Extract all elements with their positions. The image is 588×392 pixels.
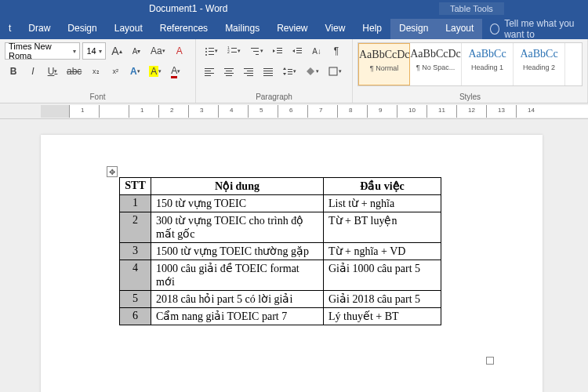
tab-mailings[interactable]: Mailings bbox=[216, 19, 268, 39]
svg-rect-13 bbox=[277, 48, 282, 49]
ruler-area: 1 1 2 3 4 5 6 7 8 9 10 11 12 13 14 bbox=[0, 103, 588, 119]
table-header-row[interactable]: STT Nội dung Đầu việc bbox=[120, 178, 441, 195]
svg-rect-16 bbox=[296, 48, 302, 49]
clear-formatting-button[interactable]: A bbox=[171, 42, 188, 60]
table-row[interactable]: 2 300 từ vựng TOEIC cho trình độ mất gốc… bbox=[120, 212, 441, 243]
tab-table-design[interactable]: Design bbox=[390, 19, 437, 39]
svg-rect-11 bbox=[253, 51, 259, 52]
font-size-combo[interactable]: 14▾ bbox=[82, 42, 106, 60]
tab-table-layout[interactable]: Layout bbox=[437, 19, 482, 39]
align-left-button[interactable] bbox=[201, 63, 218, 80]
paragraph-group-label: Paragraph bbox=[201, 91, 347, 103]
subscript-button[interactable]: x₂ bbox=[87, 63, 104, 80]
style-heading-2[interactable]: AaBbCc Heading 2 bbox=[514, 43, 565, 85]
header-dauviec[interactable]: Đầu việc bbox=[324, 178, 441, 195]
italic-button[interactable]: I bbox=[24, 63, 42, 80]
tell-me-placeholder: Tell me what you want to bbox=[504, 18, 588, 40]
title-bar: Document1 - Word Table Tools bbox=[0, 0, 588, 19]
svg-rect-37 bbox=[288, 74, 292, 74]
document-title: Document1 - Word bbox=[149, 3, 227, 14]
svg-rect-14 bbox=[277, 50, 282, 51]
svg-rect-22 bbox=[205, 75, 211, 76]
show-marks-button[interactable]: ¶ bbox=[328, 42, 345, 60]
font-name-combo[interactable]: Times New Roma▾ bbox=[5, 42, 80, 60]
align-right-button[interactable] bbox=[240, 63, 257, 80]
svg-rect-30 bbox=[247, 75, 253, 76]
svg-rect-19 bbox=[205, 68, 214, 69]
font-color-button[interactable]: A▾ bbox=[167, 63, 184, 80]
table-row[interactable]: 4 1000 câu giải đề TOEIC format mới Giải… bbox=[120, 260, 441, 291]
svg-rect-5 bbox=[209, 54, 214, 55]
svg-rect-38 bbox=[329, 67, 337, 75]
svg-rect-28 bbox=[247, 71, 253, 71]
font-group: Times New Roma▾ 14▾ A▴ A▾ Aa▾ A B I U▾ a… bbox=[0, 39, 196, 103]
svg-rect-23 bbox=[224, 68, 234, 69]
font-group-label: Font bbox=[5, 91, 191, 103]
style-heading-1[interactable]: AaBbCc Heading 1 bbox=[462, 43, 514, 85]
svg-point-4 bbox=[205, 54, 207, 56]
table-move-handle-icon[interactable]: ✥ bbox=[107, 166, 118, 177]
content-table[interactable]: STT Nội dung Đầu việc 1 150 từ vựng TOEI… bbox=[119, 177, 441, 325]
justify-button[interactable] bbox=[260, 63, 277, 80]
svg-rect-1 bbox=[209, 48, 214, 49]
svg-rect-32 bbox=[263, 71, 273, 71]
increase-indent-button[interactable] bbox=[289, 42, 306, 60]
style-normal[interactable]: AaBbCcDc ¶ Normal bbox=[358, 43, 410, 85]
highlight-button[interactable]: A▾ bbox=[146, 63, 165, 80]
bold-button[interactable]: B bbox=[5, 63, 22, 80]
svg-rect-36 bbox=[288, 71, 292, 72]
table-row[interactable]: 1 150 từ vựng TOEIC List từ + nghĩa bbox=[120, 195, 441, 212]
align-center-button[interactable] bbox=[220, 63, 238, 80]
svg-rect-17 bbox=[296, 50, 302, 51]
svg-rect-25 bbox=[224, 73, 234, 74]
shrink-font-button[interactable]: A▾ bbox=[128, 42, 145, 60]
svg-rect-34 bbox=[263, 75, 273, 76]
tab-references[interactable]: References bbox=[151, 19, 216, 39]
line-spacing-button[interactable]: ▾ bbox=[279, 63, 299, 80]
styles-group-label: Styles bbox=[358, 91, 583, 103]
table-row[interactable]: 6 Cẩm nang giải TOEIC part 7 Lý thuyết +… bbox=[120, 308, 441, 325]
table-resize-handle-icon[interactable] bbox=[486, 357, 494, 365]
table-row[interactable]: 5 2018 câu hỏi part 5 có lời giải Giải 2… bbox=[120, 291, 441, 308]
tab-t[interactable]: t bbox=[0, 19, 20, 39]
svg-rect-15 bbox=[277, 53, 282, 53]
text-effects-button[interactable]: A▾ bbox=[126, 63, 143, 80]
change-case-button[interactable]: Aa▾ bbox=[147, 42, 169, 60]
tab-layout[interactable]: Layout bbox=[106, 19, 151, 39]
lightbulb-icon bbox=[490, 24, 499, 34]
style-no-spacing[interactable]: AaBbCcDc ¶ No Spac... bbox=[410, 43, 462, 85]
strikethrough-button[interactable]: abc bbox=[64, 63, 85, 80]
svg-rect-29 bbox=[244, 73, 253, 74]
svg-rect-26 bbox=[226, 75, 232, 76]
decrease-indent-button[interactable] bbox=[269, 42, 286, 60]
header-noidung[interactable]: Nội dung bbox=[151, 178, 324, 195]
horizontal-ruler[interactable]: 1 1 2 3 4 5 6 7 8 9 10 11 12 13 14 bbox=[41, 105, 588, 118]
shading-button[interactable]: ▾ bbox=[302, 63, 322, 80]
page[interactable]: ✥ STT Nội dung Đầu việc 1 150 từ vựng TO… bbox=[41, 135, 543, 392]
tab-design[interactable]: Design bbox=[59, 19, 105, 39]
numbering-button[interactable]: 12▾ bbox=[223, 42, 244, 60]
tab-review[interactable]: Review bbox=[268, 19, 316, 39]
svg-rect-31 bbox=[263, 68, 273, 69]
ribbon: Times New Roma▾ 14▾ A▴ A▾ Aa▾ A B I U▾ a… bbox=[0, 39, 588, 103]
tab-help[interactable]: Help bbox=[354, 19, 390, 39]
header-stt[interactable]: STT bbox=[120, 178, 151, 195]
bullets-button[interactable]: ▾ bbox=[201, 42, 221, 60]
ribbon-tabs: t Draw Design Layout References Mailings… bbox=[0, 19, 588, 39]
underline-button[interactable]: U▾ bbox=[44, 63, 61, 80]
superscript-button[interactable]: x² bbox=[107, 63, 124, 80]
grow-font-button[interactable]: A▴ bbox=[108, 42, 125, 60]
svg-rect-24 bbox=[226, 71, 232, 71]
borders-button[interactable]: ▾ bbox=[325, 63, 345, 80]
table-row[interactable]: 3 1500 từ vựng TOEIC thường gặp Từ + ngh… bbox=[120, 243, 441, 260]
tell-me-search[interactable]: Tell me what you want to bbox=[482, 19, 588, 39]
multilevel-list-button[interactable]: ▾ bbox=[246, 42, 267, 60]
tab-draw[interactable]: Draw bbox=[20, 19, 59, 39]
tab-view[interactable]: View bbox=[317, 19, 354, 39]
sort-button[interactable]: A↓ bbox=[308, 42, 325, 60]
svg-rect-9 bbox=[231, 52, 237, 53]
svg-point-2 bbox=[205, 51, 207, 53]
svg-rect-3 bbox=[209, 51, 214, 52]
svg-rect-18 bbox=[296, 53, 302, 53]
svg-rect-10 bbox=[251, 48, 259, 49]
